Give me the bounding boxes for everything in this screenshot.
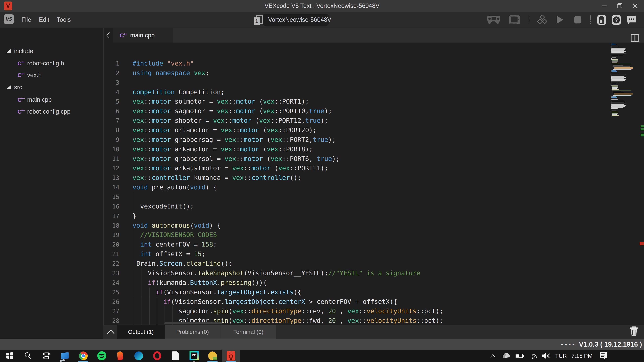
stop-icon[interactable] (573, 12, 583, 28)
taskbar-battery-app[interactable] (203, 350, 222, 362)
tab-problems[interactable]: Problems (0) (165, 325, 220, 339)
restore-button[interactable] (614, 0, 626, 12)
file-robot-config-cpp[interactable]: C++ robot-config.cpp (0, 107, 118, 116)
code-line[interactable]: vex::controller kumanda = vex::controlle… (132, 173, 301, 183)
horizontal-scrollbar[interactable] (164, 322, 222, 325)
taskbar-monitor-app[interactable] (56, 350, 74, 362)
taskbar-chrome[interactable] (74, 350, 92, 362)
code-line[interactable]: vex::motor grabbersol = vex::motor (vex:… (132, 154, 340, 164)
menu-bar: V5 File Edit Tools 1 { }V VortexNeowise-… (0, 12, 644, 28)
tab-terminal[interactable]: Terminal (0) (220, 325, 276, 339)
close-button[interactable] (629, 0, 641, 12)
clear-output-button[interactable] (630, 326, 638, 337)
code-line[interactable]: vex::motor sagmotor = vex::motor (vex::P… (132, 106, 332, 116)
code-line[interactable]: using namespace vex; (132, 68, 209, 78)
back-chevron-button[interactable] (104, 28, 113, 42)
code-editor[interactable]: 1#include "vex.h"2using namespace vex;34… (104, 42, 644, 325)
tab-main-cpp[interactable]: C++ main.cpp (113, 28, 173, 42)
taskbar-start[interactable] (0, 350, 19, 362)
cpp-file-icon: C++ (18, 72, 24, 78)
code-line[interactable]: if(kumanda.ButtonX.pressing()){ (132, 278, 267, 287)
line-number: 20 (104, 240, 120, 249)
clock[interactable]: 7:15 PM (570, 350, 594, 362)
menu-edit[interactable]: Edit (39, 12, 49, 28)
minimap-line (612, 57, 616, 58)
code-line[interactable]: vex::motor arkamotor = vex::motor (vex::… (132, 144, 313, 154)
battery-icon[interactable] (596, 12, 607, 28)
code-line[interactable]: //VISIONSENSOR CODES (132, 230, 217, 240)
minimap-line (611, 107, 623, 108)
minimap-line (611, 106, 625, 107)
taskbar-spotify[interactable] (92, 350, 111, 362)
taskbar-vexcode[interactable]: { }V (222, 350, 240, 362)
wifi-icon[interactable] (528, 350, 539, 362)
minimap-line (611, 99, 618, 99)
code-line[interactable]: vex::motor shooter = vex::motor (vex::PO… (132, 116, 328, 125)
folder-include[interactable]: include (0, 46, 100, 56)
code-line[interactable]: #include "vex.h" (132, 59, 194, 68)
v5-logo[interactable]: V5 (4, 14, 14, 24)
monitor-app-icon (61, 352, 69, 360)
taskbar-pycharm[interactable]: PC (185, 350, 203, 362)
menu-tools[interactable]: Tools (57, 12, 71, 28)
code-line[interactable]: int offsetX = 15; (132, 249, 206, 259)
code-line[interactable]: } (132, 211, 136, 221)
battery-tray-icon[interactable] (514, 350, 524, 362)
file-robot-config-h[interactable]: C++ robot-config.h (0, 58, 118, 68)
tab-output[interactable]: Output (1) (117, 325, 165, 339)
taskbar-notepad[interactable] (166, 350, 185, 362)
code-line[interactable]: competition Competition; (132, 87, 224, 97)
code-line[interactable]: void autonomous(void) { (132, 221, 221, 230)
panel-collapse-button[interactable] (105, 325, 117, 339)
code-line[interactable]: vex::motor solmotor = vex::motor (vex::P… (132, 97, 309, 106)
code-line[interactable]: int centerFOV = 158; (132, 240, 217, 249)
file-vex-h[interactable]: C++ vex.h (0, 70, 118, 80)
code-line[interactable] (132, 192, 140, 202)
taskbar-search[interactable] (19, 350, 37, 362)
edge-icon (134, 352, 143, 360)
code-line[interactable]: if(VisionSensor.largestObject.centerX > … (132, 297, 397, 307)
code-line[interactable]: vex::motor arkaustmotor = vex::motor (ve… (132, 163, 328, 173)
taskbar-orange-app[interactable] (111, 350, 130, 362)
volume-icon[interactable] (540, 350, 552, 362)
code-line[interactable]: sagmotor.spin(vex::directionType::rev, 2… (132, 306, 443, 316)
action-center-icon[interactable] (598, 350, 609, 362)
restore-icon (617, 3, 623, 9)
code-line[interactable]: vexcodeInit(); (132, 202, 194, 211)
feedback-icon[interactable] (626, 12, 637, 28)
minimize-button[interactable] (599, 0, 610, 12)
taskbar-edge[interactable] (130, 350, 148, 362)
overview-mark (641, 125, 644, 127)
download-blocks-icon[interactable] (536, 12, 548, 28)
folder-src[interactable]: src (0, 82, 100, 92)
code-line[interactable]: vex::motor grabbersag = vex::motor (vex:… (132, 135, 336, 144)
brain-icon[interactable] (508, 12, 521, 28)
minimap-line (611, 103, 624, 103)
help-icon[interactable]: ? (611, 12, 622, 28)
minimap[interactable] (611, 44, 638, 121)
run-icon[interactable] (555, 12, 565, 28)
slot-indicator[interactable]: 1 (254, 15, 262, 25)
taskbar-opera[interactable] (148, 350, 166, 362)
code-line[interactable]: void pre_auton(void) { (132, 183, 217, 192)
code-line[interactable]: Brain.Screen.clearLine(); (132, 259, 232, 268)
taskbar-task-view[interactable] (37, 350, 56, 362)
code-line[interactable]: VisionSensor.takeSnapshot(VisionSensor__… (132, 268, 420, 278)
minimap-line (612, 65, 621, 65)
pycharm-icon: PC (190, 351, 198, 360)
controller-icon[interactable] (486, 12, 502, 28)
line-number: 7 (104, 116, 120, 125)
language-indicator[interactable]: TUR (554, 350, 568, 362)
file-main-cpp[interactable]: C++ main.cpp (0, 95, 118, 105)
minimap-line (611, 50, 624, 51)
code-line[interactable]: if(VisionSensor.largestObject.exists){ (132, 287, 301, 297)
onedrive-icon[interactable] (501, 350, 511, 362)
line-number: 2 (104, 68, 120, 78)
tray-expand-chevron[interactable] (488, 350, 498, 362)
orange-app-icon (117, 351, 124, 360)
menu-file[interactable]: File (22, 12, 31, 28)
project-selector[interactable]: { }V VortexNeowise-56048V (263, 14, 328, 26)
code-line[interactable]: vex::motor ortamotor = vex::motor (vex::… (132, 125, 317, 135)
minimap-line (611, 79, 626, 80)
split-editor-icon[interactable] (630, 34, 639, 42)
